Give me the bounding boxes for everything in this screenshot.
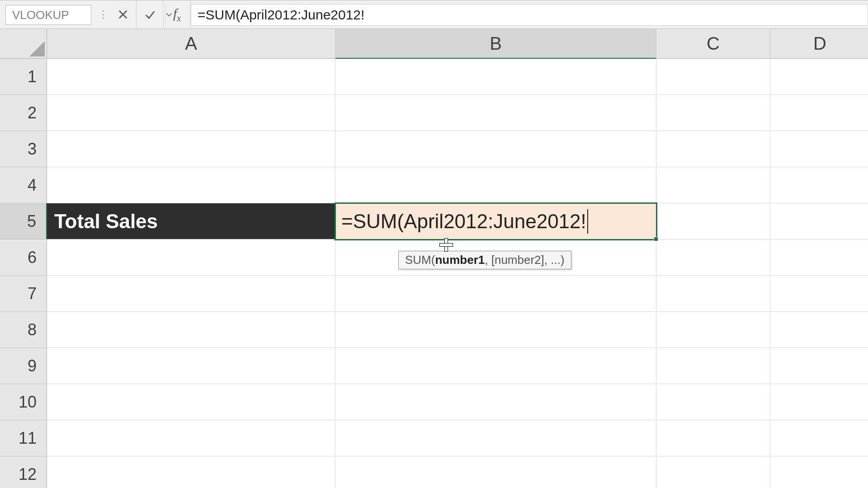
row-header-4[interactable]: 4 <box>0 167 47 203</box>
cell-B3[interactable] <box>335 131 656 167</box>
x-icon <box>117 8 129 21</box>
cell-D6[interactable] <box>770 239 868 276</box>
tooltip-current-arg[interactable]: number1 <box>435 253 485 267</box>
row-headers: 123456789101112 <box>0 59 47 488</box>
cell-D12[interactable] <box>770 456 868 488</box>
cell-C5[interactable] <box>656 203 770 239</box>
name-box[interactable] <box>5 5 91 25</box>
row-header-12[interactable]: 12 <box>0 456 47 488</box>
cell-C3[interactable] <box>656 131 770 167</box>
enter-formula-button[interactable] <box>137 0 164 28</box>
column-header-A[interactable]: A <box>47 29 335 59</box>
fill-handle[interactable] <box>654 237 658 241</box>
tooltip-fn: SUM( <box>405 253 435 267</box>
row-header-1[interactable]: 1 <box>0 59 47 95</box>
select-all-triangle[interactable] <box>0 29 47 59</box>
cell-C7[interactable] <box>656 276 770 312</box>
cancel-formula-button[interactable] <box>109 0 137 28</box>
cell-D4[interactable] <box>770 167 868 203</box>
spreadsheet-cells: Total Sales=SUM(April2012:June2012! <box>47 59 370 97</box>
cell-B5-formula-text: =SUM(April2012:June2012! <box>341 210 586 233</box>
cell-D5[interactable] <box>770 203 868 239</box>
formula-argument-tooltip[interactable]: SUM(number1, [number2], ...) <box>398 251 571 269</box>
cell-A2[interactable] <box>47 95 335 131</box>
formula-bar: ⋮ fx <box>0 0 868 29</box>
cell-B12[interactable] <box>335 456 656 488</box>
row-header-2[interactable]: 2 <box>0 95 47 131</box>
cell-B9[interactable] <box>335 348 656 384</box>
cell-D11[interactable] <box>770 420 868 456</box>
cell-C1[interactable] <box>656 59 770 95</box>
cell-B10[interactable] <box>335 384 656 420</box>
row-header-11[interactable]: 11 <box>0 420 47 456</box>
cell-C12[interactable] <box>656 456 770 488</box>
formula-input[interactable] <box>191 4 868 26</box>
cell-C6[interactable] <box>656 239 770 276</box>
cell-A9[interactable] <box>47 348 335 384</box>
cell-D3[interactable] <box>770 131 868 167</box>
cell-B4[interactable] <box>335 167 656 203</box>
cell-A7[interactable] <box>47 276 335 312</box>
column-header-B[interactable]: B <box>335 29 656 59</box>
cell-C11[interactable] <box>656 420 770 456</box>
cell-B1[interactable] <box>335 59 656 95</box>
row-header-9[interactable]: 9 <box>0 348 47 384</box>
column-headers: ABCD <box>47 29 868 59</box>
cell-C10[interactable] <box>656 384 770 420</box>
cell-C2[interactable] <box>656 95 770 131</box>
cell-C9[interactable] <box>656 348 770 384</box>
cell-C4[interactable] <box>656 167 770 203</box>
row-header-3[interactable]: 3 <box>0 131 47 167</box>
cell-D10[interactable] <box>770 384 868 420</box>
cell-B5-editing[interactable]: =SUM(April2012:June2012! <box>335 202 657 240</box>
cell-A3[interactable] <box>47 131 335 167</box>
row-header-7[interactable]: 7 <box>0 276 47 312</box>
column-header-D[interactable]: D <box>770 29 868 59</box>
cell-A6[interactable] <box>47 239 335 276</box>
cell-A1[interactable] <box>47 59 335 95</box>
row-header-8[interactable]: 8 <box>0 312 47 348</box>
column-header-C[interactable]: C <box>656 29 770 59</box>
cell-D2[interactable] <box>770 95 868 131</box>
cell-B11[interactable] <box>335 420 656 456</box>
cell-B7[interactable] <box>335 276 656 312</box>
cell-A12[interactable] <box>47 456 335 488</box>
insert-function-button[interactable]: fx <box>164 0 191 28</box>
cell-A8[interactable] <box>47 312 335 348</box>
row-header-5[interactable]: 5 <box>0 203 47 239</box>
cell-D7[interactable] <box>770 276 868 312</box>
check-icon <box>144 8 156 21</box>
fx-icon: fx <box>173 6 181 23</box>
cell-B2[interactable] <box>335 95 656 131</box>
cell-D9[interactable] <box>770 348 868 384</box>
row-header-10[interactable]: 10 <box>0 384 47 420</box>
cell-D8[interactable] <box>770 312 868 348</box>
cell-A10[interactable] <box>47 384 335 420</box>
cell-A4[interactable] <box>47 167 335 203</box>
cell-D1[interactable] <box>770 59 868 95</box>
cell-A11[interactable] <box>47 420 335 456</box>
text-caret <box>587 209 588 234</box>
cell-C8[interactable] <box>656 312 770 348</box>
resize-grip-icon: ⋮ <box>97 0 109 28</box>
row-header-6[interactable]: 6 <box>0 239 47 276</box>
cell-B8[interactable] <box>335 312 656 348</box>
cell-A5[interactable]: Total Sales <box>47 203 335 239</box>
tooltip-rest: , [number2], ...) <box>485 253 564 267</box>
